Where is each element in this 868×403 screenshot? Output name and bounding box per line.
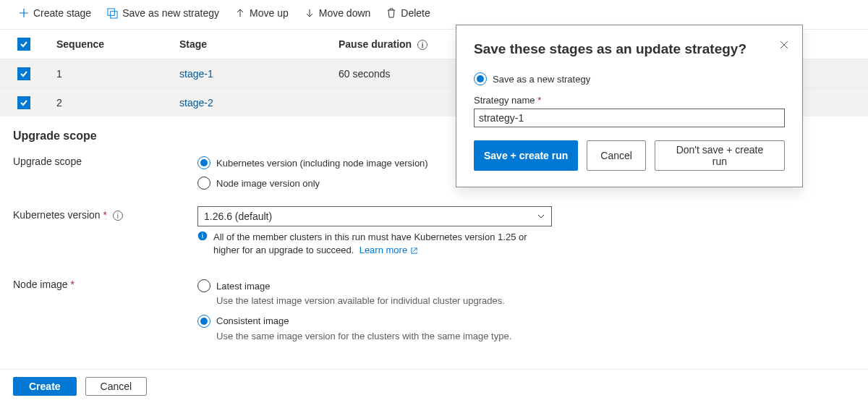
svg-text:i: i — [202, 232, 204, 239]
label-node-image: Node image * — [13, 276, 197, 290]
arrow-up-icon — [235, 8, 245, 18]
radio-label: Latest image — [216, 281, 270, 292]
radio-node-consistent[interactable]: Consistent image — [197, 311, 855, 331]
footer: Create Cancel — [0, 369, 868, 403]
cell-stage-link[interactable]: stage-1 — [179, 68, 339, 80]
radio-icon — [474, 72, 487, 85]
external-link-icon — [410, 247, 418, 255]
close-button[interactable] — [779, 40, 789, 52]
k8s-version-dropdown[interactable]: 1.26.6 (default) — [197, 206, 552, 226]
radio-label: Consistent image — [216, 315, 289, 326]
k8s-info-message: i All of the member clusters in this run… — [197, 231, 552, 257]
move-down-button[interactable]: Move down — [299, 4, 377, 22]
label-k8s-version: Kubernetes version * i — [13, 206, 197, 221]
save-copy-icon — [107, 8, 118, 19]
cancel-button[interactable]: Cancel — [85, 377, 148, 396]
radio-desc: Use the latest image version available f… — [197, 294, 855, 307]
radio-icon — [197, 315, 210, 328]
radio-node-latest[interactable]: Latest image — [197, 276, 855, 296]
radio-icon — [197, 156, 210, 169]
radio-label: Kubernetes version (including node image… — [216, 158, 428, 169]
toolbar-label: Save as new strategy — [122, 7, 219, 19]
save-strategy-dialog: Save these stages as an update strategy?… — [456, 25, 803, 187]
cell-sequence: 2 — [56, 97, 179, 109]
radio-icon — [197, 279, 210, 292]
toolbar-label: Create stage — [33, 7, 91, 19]
arrow-down-icon — [305, 8, 315, 18]
svg-rect-0 — [108, 8, 114, 14]
row-checkbox[interactable] — [17, 67, 30, 80]
dialog-title: Save these stages as an update strategy? — [474, 41, 785, 57]
learn-more-link[interactable]: Learn more — [359, 245, 418, 255]
chevron-down-icon — [537, 212, 545, 221]
toolbar-label: Delete — [401, 7, 430, 19]
col-sequence: Sequence — [56, 38, 179, 50]
move-up-button[interactable]: Move up — [229, 4, 294, 22]
radio-label: Node image version only — [216, 178, 320, 189]
toolbar-label: Move up — [250, 7, 289, 19]
save-create-run-button[interactable]: Save + create run — [474, 140, 578, 171]
strategy-name-input[interactable] — [474, 109, 785, 127]
radio-desc: Use the same image version for the clust… — [197, 330, 855, 343]
label-upgrade-scope: Upgrade scope — [13, 153, 197, 167]
radio-icon — [197, 177, 210, 190]
dont-save-create-run-button[interactable]: Don't save + create run — [655, 140, 785, 171]
info-icon: i — [197, 231, 208, 257]
radio-label: Save as a new strategy — [493, 74, 590, 85]
dialog-cancel-button[interactable]: Cancel — [587, 140, 646, 171]
create-button[interactable]: Create — [13, 377, 77, 396]
save-as-new-strategy-button[interactable]: Save as new strategy — [101, 4, 225, 22]
close-icon — [779, 40, 789, 50]
info-icon[interactable]: i — [417, 40, 427, 50]
svg-rect-1 — [111, 11, 117, 17]
create-stage-button[interactable]: Create stage — [13, 4, 97, 22]
dropdown-value: 1.26.6 (default) — [204, 211, 272, 222]
label-strategy-name: Strategy name * — [474, 95, 785, 106]
radio-save-new-strategy[interactable]: Save as a new strategy — [474, 69, 785, 89]
cell-sequence: 1 — [56, 68, 179, 80]
plus-icon — [19, 8, 29, 18]
row-checkbox[interactable] — [17, 96, 30, 109]
delete-button[interactable]: Delete — [380, 4, 435, 22]
cell-stage-link[interactable]: stage-2 — [179, 97, 339, 109]
trash-icon — [386, 8, 396, 18]
col-stage: Stage — [179, 38, 339, 50]
info-icon[interactable]: i — [113, 211, 123, 221]
toolbar-label: Move down — [319, 7, 371, 19]
select-all-checkbox[interactable] — [17, 38, 30, 51]
